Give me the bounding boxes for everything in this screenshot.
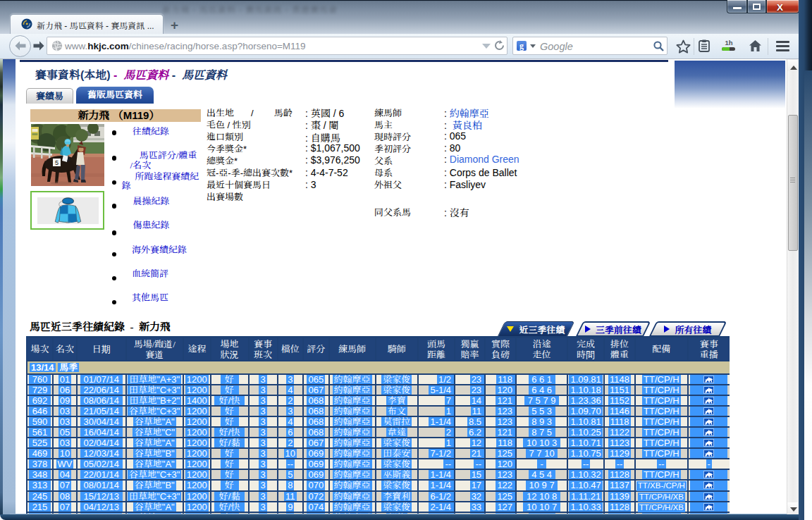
svg-text:M119: M119 [66, 221, 70, 224]
svg-text:5: 5 [55, 159, 59, 166]
